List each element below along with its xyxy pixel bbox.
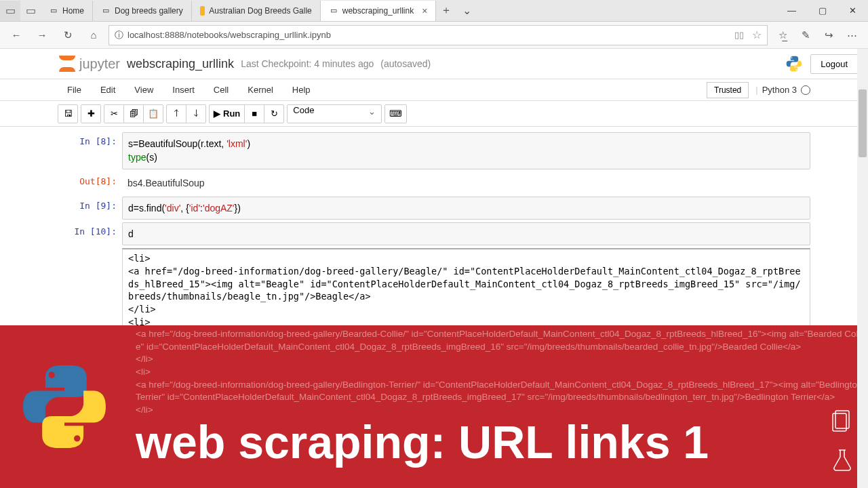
paste-button[interactable]: 📋 [143,104,163,123]
menu-view[interactable]: View [125,81,163,99]
tab-chevron-button[interactable]: ⌄ [456,1,477,21]
back-button[interactable]: ← [5,24,27,46]
cell-input-8[interactable]: s=BeautifulSoup(r.text, 'lxml') type(s) [122,132,810,169]
code-cell-8[interactable]: In [8]: s=BeautifulSoup(r.text, 'lxml') … [58,132,810,169]
refresh-button[interactable]: ↻ [57,24,79,46]
move-up-button[interactable]: 🡑 [166,104,186,123]
more-icon[interactable]: ⋯ [841,24,863,46]
documents-icon [829,407,856,434]
notebook-toolbar: 🖫 ✚ ✂ 🗐 📋 🡑 🡓 ▶Run ■ ↻ Code ⌨ [0,101,868,127]
out-prompt-8: Out[8]: [58,172,122,194]
output-cell-8: Out[8]: bs4.BeautifulSoup [58,172,810,194]
cell-output-8: bs4.BeautifulSoup [122,172,810,194]
scroll-thumb[interactable] [859,89,867,157]
page-scrollbar[interactable] [857,49,868,488]
autosaved-text: (autosaved) [380,58,431,69]
window-close-button[interactable]: ✕ [837,1,868,21]
jupyter-header: jupyter webscraping_urllink Last Checkpo… [0,49,868,79]
page-icon: ▭ [101,6,111,16]
page-icon: ▭ [49,6,58,16]
in-prompt-9: In [9]: [58,197,122,220]
in-prompt-10: In [10]: [58,222,122,245]
cell-input-10[interactable]: d [122,222,810,245]
cell-type-select[interactable]: Code [287,104,382,123]
browser-tab-dogbreeds[interactable]: ▭Dog breeds gallery [93,1,192,21]
info-icon: ⓘ [115,29,123,41]
cell-output-10[interactable]: <li> <a href="/dog-breed-information/dog… [122,248,810,331]
menu-help[interactable]: Help [283,81,320,99]
reading-view-icon[interactable]: ▯▯ [734,30,744,40]
output-cell-10: <li> <a href="/dog-breed-information/dog… [58,248,810,331]
menu-file[interactable]: File [58,81,91,99]
browser-tab-aus-dog[interactable]: Australian Dog Breeds Galle [192,1,321,21]
python-kernel-icon [785,54,804,73]
cut-button[interactable]: ✂ [104,104,124,123]
window-minimize-button[interactable]: — [776,1,807,21]
menu-edit[interactable]: Edit [91,81,125,99]
favorite-star-icon[interactable]: ☆ [752,28,762,41]
menu-kernel[interactable]: Kernel [238,81,283,99]
checkpoint-text: Last Checkpoint: 4 minutes ago [241,58,374,69]
interrupt-button[interactable]: ■ [244,104,264,123]
run-button[interactable]: ▶Run [209,104,245,123]
home-button[interactable]: ⌂ [83,24,104,46]
close-tab-icon[interactable]: × [422,5,427,16]
tab-actions-button[interactable]: ▭ [0,1,20,21]
in-prompt-8: In [8]: [58,132,122,169]
share-icon[interactable]: ↪ [818,24,840,46]
logout-button[interactable]: Logout [810,54,858,74]
window-maximize-button[interactable]: ▢ [807,1,837,21]
insert-cell-button[interactable]: ✚ [81,104,101,123]
address-bar: ← → ↻ ⌂ ⓘ localhost:8888/notebooks/websc… [0,22,868,49]
page-icon: ▭ [329,6,338,16]
new-tab-button[interactable]: ＋ [436,1,456,21]
jupyter-logo[interactable]: jupyter [58,54,120,73]
flask-icon [829,446,856,473]
url-text: localhost:8888/notebooks/webscraping_url… [127,30,331,40]
jupyter-logo-icon [58,54,77,73]
kernel-indicator[interactable]: | Python 3 [755,85,810,95]
url-input[interactable]: ⓘ localhost:8888/notebooks/webscraping_u… [108,25,768,45]
tab-actions-button-2[interactable]: ▭ [20,1,41,21]
save-button[interactable]: 🖫 [58,104,78,123]
banner-background-code: <a href="/dog-breed-information/dog-bree… [0,325,868,416]
kernel-status-icon [801,85,810,95]
copy-button[interactable]: 🗐 [123,104,144,123]
browser-tab-bar: ▭ ▭ ▭Home ▭Dog breeds gallery Australian… [0,0,868,22]
notebook-name[interactable]: webscraping_urllink [127,57,234,71]
move-down-button[interactable]: 🡓 [186,104,206,123]
python-logo-icon [14,356,115,458]
notes-icon[interactable]: ✎ [795,24,816,46]
menu-bar: File Edit View Insert Cell Kernel Help T… [0,79,868,101]
trusted-badge[interactable]: Trusted [707,82,749,98]
menu-insert[interactable]: Insert [163,81,204,99]
favicon-icon [200,6,205,16]
cell-input-9[interactable]: d=s.find('div', {'id':'dogAZ'}) [122,197,810,220]
menu-cell[interactable]: Cell [204,81,238,99]
notebook-area: In [8]: s=BeautifulSoup(r.text, 'lxml') … [0,127,868,331]
browser-tab-notebook[interactable]: ▭webscraping_urllink× [321,1,437,21]
video-banner-overlay: <a href="/dog-breed-information/dog-bree… [0,325,868,488]
browser-tab-home[interactable]: ▭Home [41,1,93,21]
favorites-icon[interactable]: ☆̲ [772,24,793,46]
code-cell-9[interactable]: In [9]: d=s.find('div', {'id':'dogAZ'}) [58,197,810,220]
banner-title: web scraping: URL links 1 [136,411,827,474]
restart-button[interactable]: ↻ [264,104,284,123]
code-cell-10[interactable]: In [10]: d [58,222,810,245]
forward-button[interactable]: → [31,24,53,46]
command-palette-button[interactable]: ⌨ [384,104,407,123]
